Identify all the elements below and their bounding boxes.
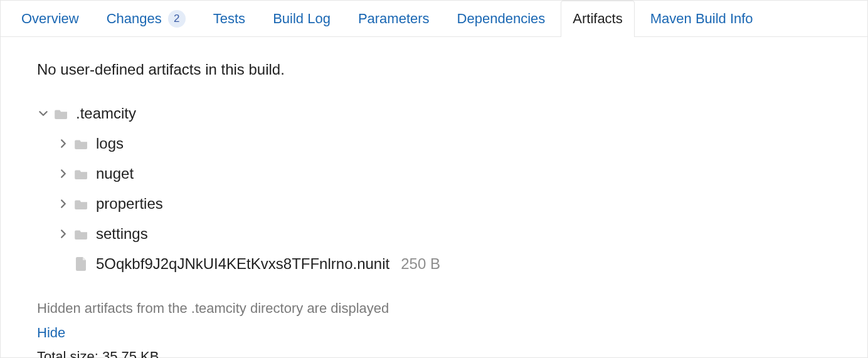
tab-tests[interactable]: Tests [201, 1, 257, 36]
folder-icon [73, 168, 90, 179]
tree-node-label: nuget [96, 165, 134, 182]
tree-node-label: 5Oqkbf9J2qJNkUI4KEtKvxs8TFFnlrno.nunit [96, 255, 389, 273]
chevron-right-icon [57, 229, 70, 238]
tree-node-label: settings [96, 225, 148, 243]
tab-label: Changes [107, 11, 162, 27]
tab-parameters[interactable]: Parameters [346, 1, 442, 36]
tab-overview[interactable]: Overview [9, 1, 91, 36]
tree-folder-nuget[interactable]: nuget [37, 159, 831, 189]
folder-icon [53, 108, 70, 119]
tree-folder-properties[interactable]: properties [37, 189, 831, 219]
tree-folder-teamcity[interactable]: .teamcity [37, 98, 831, 129]
hidden-artifacts-note: Hidden artifacts from the .teamcity dire… [37, 297, 831, 321]
folder-icon [73, 138, 90, 149]
tab-dependencies[interactable]: Dependencies [445, 1, 558, 36]
total-size: Total size: 35.75 KB [37, 345, 831, 358]
no-artifacts-message: No user-defined artifacts in this build. [37, 61, 831, 78]
tab-artifacts[interactable]: Artifacts [561, 1, 634, 36]
chevron-right-icon [57, 139, 70, 148]
file-size: 250 B [401, 255, 440, 273]
artifacts-tree: .teamcity logs nuget [37, 98, 831, 279]
chevron-down-icon [37, 109, 50, 118]
folder-icon [73, 228, 90, 240]
build-tabs: Overview Changes 2 Tests Build Log Param… [1, 1, 867, 37]
artifacts-footer: Hidden artifacts from the .teamcity dire… [37, 297, 831, 358]
tree-folder-settings[interactable]: settings [37, 219, 831, 249]
artifacts-content: No user-defined artifacts in this build.… [1, 37, 867, 358]
tab-label: Maven Build Info [650, 11, 753, 27]
tree-node-label: logs [96, 135, 124, 152]
chevron-right-icon [57, 169, 70, 178]
tree-folder-logs[interactable]: logs [37, 129, 831, 159]
tab-label: Build Log [273, 11, 331, 27]
tab-label: Parameters [358, 11, 430, 27]
tab-label: Artifacts [573, 11, 622, 27]
tree-node-label: .teamcity [76, 105, 136, 122]
tab-build-log[interactable]: Build Log [261, 1, 342, 36]
chevron-right-icon [57, 199, 70, 208]
folder-icon [73, 198, 90, 209]
tab-maven-build-info[interactable]: Maven Build Info [638, 1, 765, 36]
tab-label: Overview [21, 11, 79, 27]
tree-file-nunit[interactable]: 5Oqkbf9J2qJNkUI4KEtKvxs8TFFnlrno.nunit 2… [37, 249, 831, 279]
artifacts-panel: Overview Changes 2 Tests Build Log Param… [0, 0, 868, 358]
changes-count-badge: 2 [168, 10, 186, 28]
tree-node-label: properties [96, 195, 163, 213]
tab-label: Dependencies [457, 11, 546, 27]
hide-link[interactable]: Hide [37, 321, 831, 345]
tab-changes[interactable]: Changes 2 [95, 1, 198, 36]
tab-label: Tests [213, 11, 245, 27]
file-icon [73, 257, 90, 271]
